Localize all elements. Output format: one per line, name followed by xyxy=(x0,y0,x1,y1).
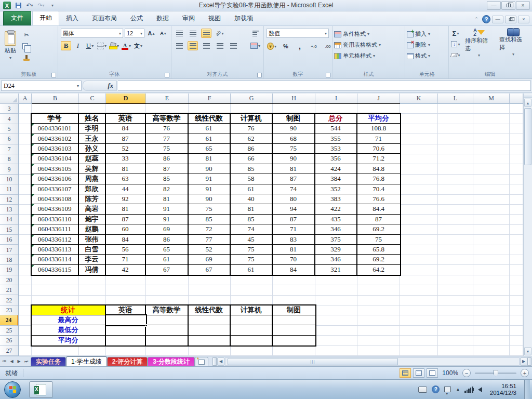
cell-E24[interactable] xyxy=(146,315,189,325)
cell-H14[interactable]: 87 xyxy=(273,215,315,224)
row-header-10[interactable]: 10 xyxy=(0,175,18,184)
cell-B7[interactable]: 0604336103 xyxy=(32,144,79,154)
cell-F7[interactable]: 65 xyxy=(189,144,231,154)
cell-D19[interactable]: 42 xyxy=(106,265,146,275)
cell-H6[interactable]: 68 xyxy=(273,134,315,144)
borders-button[interactable]: ▾ xyxy=(97,41,107,50)
show-hidden-icons[interactable]: ▲ xyxy=(456,387,460,392)
row-header-8[interactable]: 8 xyxy=(0,154,18,164)
cell-B12[interactable]: 0604336108 xyxy=(32,194,79,204)
select-all-corner[interactable] xyxy=(0,94,19,104)
cell-E15[interactable]: 69 xyxy=(146,224,189,234)
tab-开始[interactable]: 开始 xyxy=(32,11,59,25)
cell-J15[interactable]: 69.2 xyxy=(357,224,400,234)
insert-cells-button[interactable]: 插入 ▾ xyxy=(407,30,447,38)
cell-C14[interactable]: 鲍宇 xyxy=(79,215,106,224)
restore-button[interactable] xyxy=(501,1,515,10)
tab-file[interactable]: 文件 xyxy=(3,11,31,25)
row-header-3[interactable]: 3 xyxy=(0,104,18,114)
cell-J12[interactable]: 76.6 xyxy=(357,194,400,204)
grow-font-button[interactable]: A▴ xyxy=(146,29,156,38)
cell-B18[interactable]: 0604336114 xyxy=(32,255,79,264)
row-header-7[interactable]: 7 xyxy=(0,144,18,154)
sheet-tab-1[interactable]: 实验任务 xyxy=(31,357,66,366)
cell-F15[interactable]: 72 xyxy=(189,224,231,234)
cell-F14[interactable]: 85 xyxy=(189,215,231,224)
fill-handle[interactable] xyxy=(145,324,148,327)
row-header-4[interactable]: 4 xyxy=(0,114,18,124)
cell-G19[interactable]: 61 xyxy=(231,265,273,275)
column-header-B[interactable]: B xyxy=(32,94,79,104)
format-painter-button[interactable] xyxy=(21,53,32,62)
cell-I17[interactable]: 329 xyxy=(315,245,357,255)
row-header-21[interactable]: 21 xyxy=(0,285,18,295)
cell-C9[interactable]: 吴辉 xyxy=(79,164,106,174)
cell-E19[interactable]: 67 xyxy=(146,265,189,275)
cell-C12[interactable]: 陈芳 xyxy=(79,194,106,204)
workbook-restore-button[interactable] xyxy=(505,16,516,23)
cell-H16[interactable]: 83 xyxy=(273,235,315,245)
decrease-decimal-button[interactable]: .00 xyxy=(323,42,333,51)
vertical-scroll-thumb[interactable] xyxy=(524,108,531,165)
horizontal-scroll-thumb[interactable]: ||| xyxy=(228,358,398,365)
conditional-formatting-button[interactable]: 条件格式 ▾ xyxy=(334,30,403,38)
cell-E16[interactable]: 86 xyxy=(146,235,189,245)
tab-视图[interactable]: 视图 xyxy=(202,12,228,25)
row-header-9[interactable]: 9 xyxy=(0,164,18,174)
format-cells-button[interactable]: 格式 ▾ xyxy=(407,51,447,60)
help-icon[interactable]: ? xyxy=(482,15,490,23)
cell-G25[interactable] xyxy=(231,325,273,335)
cell-J16[interactable]: 75 xyxy=(357,235,400,245)
column-header-J[interactable]: J xyxy=(357,94,400,104)
name-box[interactable]: D24 ▾ xyxy=(1,81,82,91)
cell-I14[interactable]: 435 xyxy=(315,215,357,224)
cell-E8[interactable]: 86 xyxy=(146,154,189,164)
cell-B23[interactable]: 统计 xyxy=(32,305,106,315)
cell-D10[interactable]: 63 xyxy=(106,174,146,184)
cell-I15[interactable]: 346 xyxy=(315,224,357,234)
cell-I10[interactable]: 384 xyxy=(315,174,357,184)
italic-button[interactable]: I xyxy=(73,41,83,50)
cell-I8[interactable]: 356 xyxy=(315,154,357,164)
column-header-I[interactable]: I xyxy=(315,94,357,104)
column-header-K[interactable]: K xyxy=(400,94,438,104)
format-as-table-button[interactable]: 套用表格格式 ▾ xyxy=(334,41,403,49)
cell-I11[interactable]: 352 xyxy=(315,184,357,194)
row-header-15[interactable]: 15 xyxy=(0,225,18,235)
row-header-14[interactable]: 14 xyxy=(0,215,18,224)
cell-I13[interactable]: 422 xyxy=(315,204,357,214)
cell-J18[interactable]: 69.2 xyxy=(357,255,400,264)
cell-I19[interactable]: 321 xyxy=(315,265,357,275)
cell-J11[interactable]: 70.4 xyxy=(357,184,400,194)
cell-B4[interactable]: 学号 xyxy=(32,114,79,124)
scroll-down-button[interactable]: ▾ xyxy=(524,347,531,355)
row-header-27[interactable]: 27 xyxy=(0,345,18,355)
alignment-dialog-launcher[interactable] xyxy=(257,73,262,77)
cell-H19[interactable]: 84 xyxy=(273,265,315,275)
cell-J19[interactable]: 64.2 xyxy=(357,265,400,275)
cell-B14[interactable]: 0604336110 xyxy=(32,215,79,224)
cell-G7[interactable]: 86 xyxy=(231,144,273,154)
column-header-H[interactable]: H xyxy=(273,94,315,104)
paste-button[interactable]: 粘贴 ▾ xyxy=(2,29,19,62)
taskbar-clock[interactable]: 16:51 2014/12/3 xyxy=(487,383,520,396)
cell-styles-button[interactable]: 单元格样式 ▾ xyxy=(334,51,403,60)
shrink-font-button[interactable]: A▾ xyxy=(158,29,168,38)
cell-G12[interactable]: 40 xyxy=(231,194,273,204)
taskbar-excel-button[interactable] xyxy=(29,381,53,398)
find-select-button[interactable]: 查找和选择 ▾ xyxy=(497,28,529,60)
excel-app-icon[interactable]: X xyxy=(3,2,11,9)
cell-F23[interactable]: 线性代数 xyxy=(189,305,231,315)
cell-B9[interactable]: 0604336105 xyxy=(32,164,79,174)
column-header-D[interactable]: D xyxy=(106,94,146,104)
underline-button[interactable]: U▾ xyxy=(85,41,95,50)
cell-B25[interactable]: 最低分 xyxy=(32,325,106,335)
volume-icon[interactable] xyxy=(478,387,482,392)
percent-button[interactable]: % xyxy=(281,42,291,51)
cell-B11[interactable]: 0604336107 xyxy=(32,184,79,194)
page-layout-view-button[interactable] xyxy=(413,368,424,378)
cell-G18[interactable]: 75 xyxy=(231,255,273,264)
zoom-slider[interactable] xyxy=(475,373,516,374)
decrease-indent-button[interactable] xyxy=(215,41,225,50)
cell-J9[interactable]: 84.8 xyxy=(357,164,400,174)
